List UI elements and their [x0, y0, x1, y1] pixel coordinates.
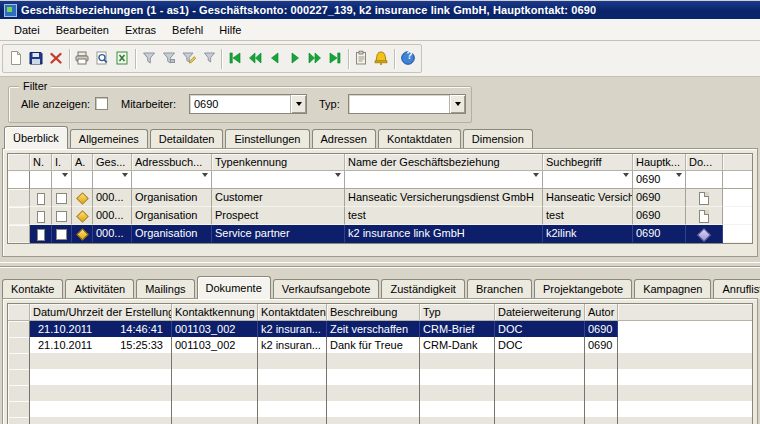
tab-aktivitaeten[interactable]: Aktivitäten — [65, 279, 134, 299]
help-button[interactable]: ? — [398, 48, 418, 70]
row-checkbox[interactable] — [56, 211, 67, 222]
tab-adressen[interactable]: Adressen — [312, 129, 376, 149]
filter-edit-button[interactable] — [179, 48, 199, 70]
table-row-selected[interactable]: 21.10.201114:46:41 001103_002 k2 insuran… — [8, 321, 752, 337]
row-indicator[interactable] — [8, 321, 30, 337]
typ-combobox[interactable] — [348, 94, 466, 114]
row-indicator[interactable] — [8, 417, 30, 424]
next-record-button[interactable] — [285, 48, 305, 70]
filter-button[interactable] — [139, 48, 159, 70]
checkbox-cell[interactable] — [52, 189, 72, 207]
column-header-adressbuch[interactable]: Adressbuch... — [132, 154, 212, 171]
previous-record-button[interactable] — [265, 48, 285, 70]
column-header-a[interactable]: A. — [72, 154, 93, 171]
column-header-n[interactable]: N. — [30, 154, 52, 171]
alarm-button[interactable] — [371, 48, 391, 70]
chevron-down-icon[interactable] — [533, 177, 539, 189]
filter-cell-name[interactable] — [345, 171, 543, 189]
filter-cell-i[interactable] — [52, 171, 72, 189]
chevron-down-icon[interactable] — [202, 177, 208, 189]
tab-verkaufsangebote[interactable]: Verkaufsangebote — [273, 279, 380, 299]
tab-anrufliste[interactable]: Anrufliste — [713, 279, 760, 299]
alle-anzeigen-checkbox[interactable] — [95, 97, 108, 110]
filter-cell-suchbegriff[interactable] — [543, 171, 633, 189]
filter-cell-ges[interactable] — [93, 171, 132, 189]
first-record-button[interactable] — [225, 48, 245, 70]
checkbox-cell[interactable] — [52, 225, 72, 243]
column-header-ges[interactable]: Ges... — [93, 154, 132, 171]
filter-cell-adressbuch[interactable] — [132, 171, 212, 189]
row-indicator[interactable] — [8, 385, 30, 401]
mitarbeiter-dropdown-button[interactable] — [290, 95, 306, 113]
column-header-kontaktkennung[interactable]: Kontaktkennung — [172, 304, 258, 321]
tab-allgemeines[interactable]: Allgemeines — [70, 129, 148, 149]
column-header-name[interactable]: Name der Geschäftsbeziehung — [345, 154, 543, 171]
tab-kontaktdaten[interactable]: Kontaktdaten — [378, 129, 461, 149]
chevron-down-icon[interactable] — [62, 177, 68, 189]
table-row-selected[interactable]: 000... Organisation Service partner k2 i… — [8, 225, 752, 243]
row-checkbox[interactable] — [56, 229, 67, 240]
next-page-button[interactable] — [305, 48, 325, 70]
menu-datei[interactable]: Datei — [6, 21, 48, 39]
column-header-i[interactable]: I. — [52, 154, 72, 171]
chevron-down-icon[interactable] — [335, 177, 341, 189]
filter-cell-typenkennung[interactable] — [212, 171, 345, 189]
print-preview-button[interactable] — [92, 48, 112, 70]
filter-cell-a[interactable] — [72, 171, 93, 189]
new-document-button[interactable] — [6, 48, 26, 70]
mitarbeiter-combobox[interactable]: 0690 — [189, 94, 307, 114]
empty-table-row[interactable] — [8, 401, 752, 417]
excel-export-button[interactable] — [112, 48, 132, 70]
tab-kontakte[interactable]: Kontakte — [2, 279, 63, 299]
previous-page-button[interactable] — [245, 48, 265, 70]
chevron-down-icon[interactable] — [676, 177, 682, 189]
row-checkbox[interactable] — [56, 193, 67, 204]
tab-projektangebote[interactable]: Projektangebote — [534, 279, 632, 299]
table-row[interactable]: 000... Organisation Customer Hanseatic V… — [8, 189, 752, 207]
column-header-beschreibung[interactable]: Beschreibung — [327, 304, 420, 321]
column-header-autor[interactable]: Autor — [585, 304, 618, 321]
last-record-button[interactable] — [325, 48, 345, 70]
column-header-typenkennung[interactable]: Typenkennung — [212, 154, 345, 171]
row-indicator[interactable] — [8, 207, 30, 225]
tab-detaildaten[interactable]: Detaildaten — [150, 129, 224, 149]
row-indicator[interactable] — [8, 337, 30, 353]
filter-cell-n[interactable] — [30, 171, 52, 189]
menu-befehl[interactable]: Befehl — [164, 21, 211, 39]
filter-cell-hauptk[interactable]: 0690 — [633, 171, 686, 189]
delete-button[interactable] — [46, 48, 66, 70]
empty-table-row[interactable] — [8, 417, 752, 424]
tab-branchen[interactable]: Branchen — [467, 279, 532, 299]
checkbox-cell[interactable] — [52, 207, 72, 225]
column-header-typ[interactable]: Typ — [420, 304, 495, 321]
column-header-hauptk[interactable]: Hauptk... — [633, 154, 686, 171]
tab-mailings[interactable]: Mailings — [136, 279, 194, 299]
column-header-suchbegriff[interactable]: Suchbegriff — [543, 154, 633, 171]
column-header-dateierweiterung[interactable]: Dateierweiterung — [495, 304, 585, 321]
row-indicator[interactable] — [8, 401, 30, 417]
row-indicator[interactable] — [8, 189, 30, 207]
row-indicator[interactable] — [8, 369, 30, 385]
table-row[interactable]: 21.10.201115:25:33 001103_002 k2 insuran… — [8, 337, 752, 353]
column-header-do[interactable]: Do... — [686, 154, 723, 171]
tab-ueberblick[interactable]: Überblick — [4, 126, 68, 149]
menu-bearbeiten[interactable]: Bearbeiten — [48, 21, 117, 39]
print-button[interactable] — [73, 48, 93, 70]
menu-hilfe[interactable]: Hilfe — [211, 21, 249, 39]
tab-dokumente[interactable]: Dokumente — [197, 276, 271, 299]
horizontal-splitter[interactable] — [0, 262, 760, 267]
clipboard-button[interactable] — [352, 48, 372, 70]
row-indicator[interactable] — [8, 353, 30, 369]
typ-dropdown-button[interactable] — [449, 95, 465, 113]
filter-apply-button[interactable] — [199, 48, 219, 70]
column-header-datum[interactable]: Datum/Uhrzeit der Erstellung — [30, 304, 172, 321]
menu-extras[interactable]: Extras — [117, 21, 164, 39]
empty-table-row[interactable] — [8, 385, 752, 401]
column-header-kontaktdaten[interactable]: Kontaktdaten — [258, 304, 327, 321]
empty-table-row[interactable] — [8, 369, 752, 385]
tab-einstellungen[interactable]: Einstellungen — [225, 129, 309, 149]
chevron-down-icon[interactable] — [623, 177, 629, 189]
tab-kampagnen[interactable]: Kampagnen — [634, 279, 711, 299]
save-button[interactable] — [26, 48, 46, 70]
tab-zustaendigkeit[interactable]: Zuständigkeit — [381, 279, 464, 299]
